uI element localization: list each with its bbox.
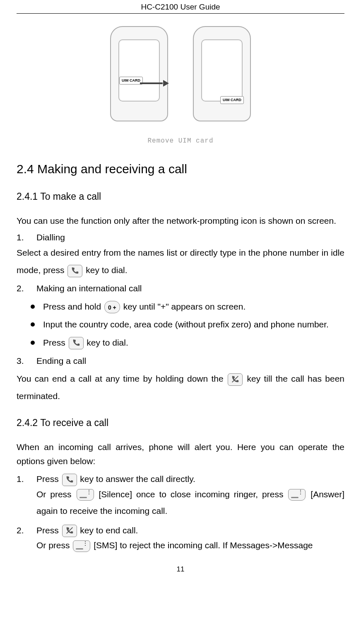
list-number: 2. bbox=[17, 281, 36, 295]
text-fragment: Input the country code, area code (witho… bbox=[43, 317, 329, 332]
call-key-icon bbox=[69, 337, 84, 349]
receive-call-intro: When an incoming call arrives, phone wil… bbox=[17, 440, 344, 468]
uim-card-figure: UIM CARD UIM CARD Remove UIM card bbox=[81, 22, 280, 142]
make-call-intro: You can use the function only after the … bbox=[17, 214, 344, 228]
list-label: Ending a call bbox=[36, 354, 86, 368]
call-key-icon bbox=[67, 265, 82, 277]
text-fragment: Press bbox=[43, 338, 68, 347]
dialling-text: Select a desired entry from the names li… bbox=[17, 244, 344, 279]
bullet-press-dial: Press key to dial. bbox=[31, 336, 344, 350]
text-fragment: [SMS] to reject the incoming call. If Me… bbox=[94, 540, 313, 550]
end-alt-text: Or press ⋮ [SMS] to reject the incoming … bbox=[36, 537, 344, 554]
call-key-icon bbox=[62, 474, 77, 486]
list-item-end: 2. Press key to end call. bbox=[17, 523, 344, 537]
text-fragment: Press bbox=[36, 525, 61, 535]
phone-illustration-right: UIM CARD bbox=[193, 26, 251, 121]
answer-alt-text: Or press ⋮ [Silence] once to close incom… bbox=[36, 486, 344, 519]
text-fragment: key until "+" appears on screen. bbox=[123, 302, 246, 311]
list-item-answer: 1. Press key to answer the call directly… bbox=[17, 472, 344, 486]
text-fragment: Press bbox=[36, 474, 61, 484]
uim-card-label-right: UIM CARD bbox=[220, 96, 244, 104]
arrow-icon bbox=[140, 81, 169, 86]
subsection-heading-make-call: 2.4.1 To make a call bbox=[17, 191, 344, 202]
uim-card-label-left: UIM CARD bbox=[119, 77, 143, 85]
figure-caption: Remove UIM card bbox=[81, 137, 280, 145]
list-item-dialling: 1. Dialling bbox=[17, 230, 344, 245]
text-fragment: You can end a call at any time by holdin… bbox=[17, 374, 227, 383]
page-header-title: HC-C2100 User Guide bbox=[17, 0, 344, 14]
end-key-icon bbox=[62, 525, 77, 537]
bullet-icon bbox=[31, 305, 35, 309]
page-number: 11 bbox=[17, 565, 344, 574]
list-label: Dialling bbox=[36, 230, 65, 245]
text-fragment: Select a desired entry from the names li… bbox=[17, 248, 344, 275]
text-fragment: key to dial. bbox=[86, 265, 127, 275]
text-fragment: key to end call. bbox=[80, 525, 138, 535]
text-fragment: [Silence] once to close incoming ringer,… bbox=[99, 489, 287, 499]
list-number: 3. bbox=[17, 354, 36, 368]
list-number: 2. bbox=[17, 523, 36, 537]
text-fragment: key to dial. bbox=[87, 338, 128, 347]
list-item-international: 2. Making an international call bbox=[17, 281, 344, 295]
zero-plus-key-icon: 0 + bbox=[104, 301, 120, 313]
softkey-icon: ⋮ bbox=[288, 489, 306, 501]
text-fragment: Or press bbox=[36, 489, 76, 499]
text-fragment: key to answer the call directly. bbox=[80, 474, 195, 484]
softkey-icon: ⋮ bbox=[77, 489, 94, 501]
text-fragment: Or press bbox=[36, 540, 72, 550]
section-heading: 2.4 Making and receiving a call bbox=[17, 162, 344, 176]
text-fragment: Press and hold bbox=[43, 302, 103, 311]
ending-call-text: You can end a call at any time by holdin… bbox=[17, 370, 344, 405]
bullet-press-hold-0: Press and hold 0 + key until "+" appears… bbox=[31, 300, 344, 314]
bullet-input-country-code: Input the country code, area code (witho… bbox=[31, 317, 344, 332]
list-label: Making an international call bbox=[36, 281, 142, 295]
list-item-ending: 3. Ending a call bbox=[17, 354, 344, 368]
subsection-heading-receive-call: 2.4.2 To receive a call bbox=[17, 417, 344, 429]
list-number: 1. bbox=[17, 230, 36, 245]
phone-illustration-left: UIM CARD bbox=[110, 26, 168, 121]
bullet-icon bbox=[31, 341, 35, 345]
bullet-icon bbox=[31, 322, 35, 327]
list-number: 1. bbox=[17, 472, 36, 486]
softkey-icon: ⋮ bbox=[73, 540, 90, 552]
end-key-icon bbox=[228, 373, 243, 386]
